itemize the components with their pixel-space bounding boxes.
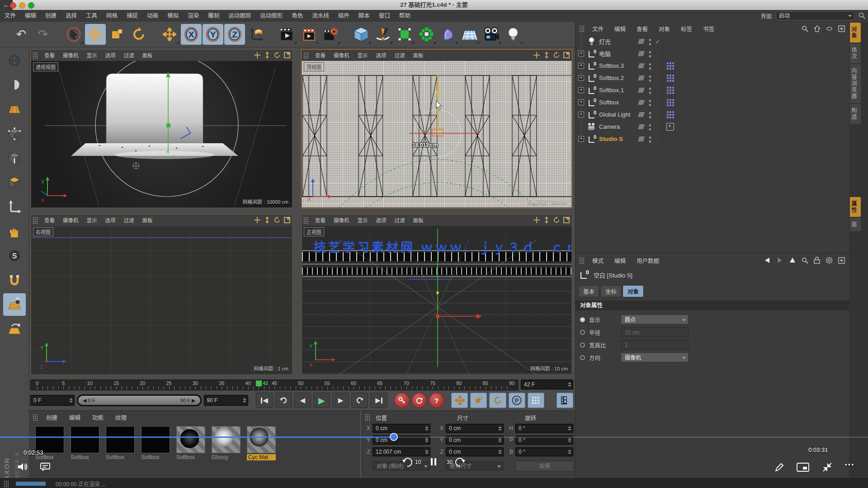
panel-grip[interactable] (579, 257, 585, 264)
lock-x-axis-button[interactable]: X (181, 24, 202, 45)
target-tag-icon[interactable] (666, 123, 674, 131)
viewport-right[interactable]: 查看摄像机显示选项过滤面板 YZ 右视图 网格间距 : 1 cm (30, 214, 293, 375)
panel-grip[interactable] (33, 52, 38, 59)
maximize-view-icon[interactable] (563, 52, 570, 59)
pan-view-icon[interactable] (254, 52, 261, 59)
value-stepper[interactable] (498, 426, 502, 431)
panel-grip[interactable] (4, 480, 9, 487)
material-menu-item[interactable]: 功能 (86, 413, 109, 422)
axis-mode-button[interactable] (3, 196, 26, 218)
object-name[interactable]: Global Light (599, 111, 630, 118)
history-back-icon[interactable] (764, 257, 771, 264)
record-scale-toggle[interactable] (470, 393, 487, 408)
visibility-dots[interactable] (649, 99, 651, 106)
enable-axis-button[interactable] (3, 220, 26, 243)
field-control[interactable]: 1 (621, 340, 689, 350)
object-name[interactable]: 电脑 (599, 49, 611, 58)
rotate-view-icon[interactable] (274, 216, 281, 224)
viewport-menu-item[interactable]: 查看 (311, 52, 330, 59)
viewport-menu-item[interactable]: 查看 (40, 52, 59, 59)
object-menu-item[interactable]: 查看 (631, 24, 653, 33)
viewport-front[interactable]: 查看摄像机显示选项过滤面板 (301, 214, 572, 375)
size-input[interactable]: 0 cm (446, 424, 504, 433)
side-tab[interactable]: 场次 (850, 43, 861, 63)
viewport-front-canvas[interactable]: YX 技艺学习素材网 ｗｗｗ．ｊｙ３ｄ．ｃｎ 正视图 网格间距 : 10 cm (302, 226, 571, 374)
menu-item[interactable]: 角色 (287, 10, 307, 22)
zoom-view-icon[interactable] (543, 216, 550, 224)
object-row[interactable]: + Global Light (576, 108, 849, 121)
open-timeline-button[interactable] (557, 393, 573, 408)
material-item[interactable]: Softbox (106, 426, 135, 460)
history-forward-icon[interactable] (776, 257, 783, 264)
workplane-mode-button[interactable] (3, 98, 26, 121)
pan-view-icon[interactable] (254, 216, 261, 224)
zoom-view-icon[interactable] (543, 52, 550, 59)
array-generator-button[interactable] (416, 24, 437, 45)
current-frame-field[interactable]: 42 F (521, 380, 573, 389)
search-icon[interactable] (802, 25, 808, 32)
go-to-end-button[interactable]: ▶ (370, 393, 387, 408)
menu-item[interactable]: 运动图形 (255, 10, 287, 22)
model-mode-button[interactable] (3, 49, 26, 72)
viewport-menu-item[interactable]: 面板 (138, 216, 157, 224)
material-item[interactable]: Softbox (141, 426, 170, 460)
side-tab[interactable]: 内容浏览器 (850, 64, 861, 103)
object-row[interactable]: + Softbox.1 (576, 84, 849, 96)
search-icon[interactable] (859, 12, 865, 19)
layer-toggle-icon[interactable] (638, 112, 645, 117)
workplane-rotate-button[interactable] (3, 318, 26, 340)
viewport-menu-item[interactable]: 选项 (101, 52, 120, 59)
menu-item[interactable]: 运动跟踪 (224, 10, 255, 22)
attribute-menu-item[interactable]: 用户数据 (631, 256, 665, 265)
zoom-view-icon[interactable] (264, 216, 271, 224)
viewport-menu-item[interactable]: 过滤 (120, 52, 138, 59)
record-parameter-toggle[interactable]: P (509, 393, 525, 408)
render-settings-button[interactable] (320, 24, 341, 45)
edges-mode-button[interactable] (3, 147, 26, 169)
visibility-dots[interactable] (649, 50, 651, 57)
menu-item[interactable]: 插件 (334, 10, 354, 22)
material-menu-item[interactable]: 纹理 (109, 413, 132, 422)
menu-item[interactable]: 网格 (102, 10, 122, 22)
add-icon[interactable] (838, 257, 845, 264)
forward-30-button[interactable]: 30 (447, 456, 466, 468)
play-button[interactable]: ▶ (313, 393, 330, 408)
go-to-start-button[interactable]: ◀ (256, 393, 273, 408)
value-stepper[interactable] (568, 438, 571, 442)
polygons-mode-button[interactable] (3, 171, 26, 194)
lock-icon[interactable] (814, 257, 820, 264)
environment-floor-button[interactable] (459, 24, 480, 45)
viewport-menu-item[interactable]: 过滤 (391, 52, 409, 59)
object-menu-item[interactable]: 编辑 (609, 24, 631, 33)
viewport-menu-item[interactable]: 面板 (409, 216, 428, 224)
viewport-menu-item[interactable]: 过滤 (120, 216, 138, 224)
range-end-stepper[interactable] (243, 398, 246, 403)
expand-toggle[interactable]: + (578, 51, 584, 56)
panel-grip[interactable] (33, 217, 38, 224)
menu-item[interactable]: 窗口 (374, 10, 395, 22)
rotate-view-icon[interactable] (553, 52, 560, 59)
keyframe-radio[interactable] (580, 330, 585, 335)
visibility-dots[interactable] (649, 123, 651, 131)
record-keyframe-button[interactable] (394, 393, 409, 408)
value-stepper[interactable] (498, 438, 502, 442)
object-row[interactable]: Camera (576, 121, 849, 133)
layer-toggle-icon[interactable] (638, 88, 645, 93)
panel-grip[interactable] (365, 414, 371, 421)
visibility-dots[interactable] (649, 75, 651, 82)
value-stepper[interactable] (568, 450, 571, 454)
layer-toggle-icon[interactable] (638, 75, 645, 80)
previous-frame-button[interactable]: ◀ (294, 393, 311, 408)
expand-toggle[interactable]: + (578, 87, 584, 93)
visibility-dots[interactable] (649, 87, 651, 94)
frame-stepper[interactable] (568, 382, 571, 387)
frame-range-slider[interactable]: ◀ 0 F 90 F ▶ (77, 394, 202, 406)
move-tool-button[interactable] (85, 24, 106, 45)
visibility-dots[interactable] (649, 62, 651, 70)
xpresso-tag-icon[interactable] (666, 62, 674, 70)
xpresso-tag-icon[interactable] (666, 111, 674, 118)
camera-object-button[interactable] (481, 24, 502, 45)
timeline-ruler[interactable]: 05101520253035404550556065707580859042 (30, 380, 519, 390)
attribute-tab[interactable]: 基本 (578, 285, 599, 297)
menu-item[interactable]: 流水线 (307, 10, 334, 22)
